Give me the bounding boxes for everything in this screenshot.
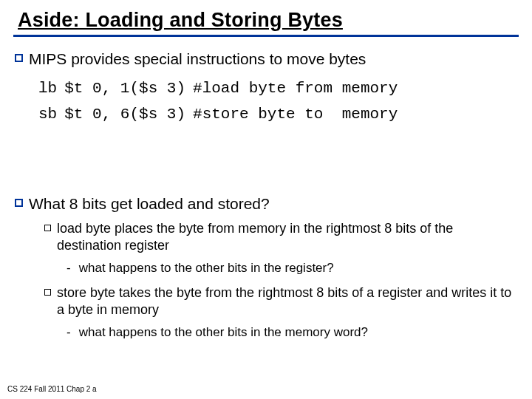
slide: Aside: Loading and Storing Bytes MIPS pr…: [0, 0, 532, 399]
spacer: [13, 127, 519, 195]
sub-sub-bullet-1: - what happens to the other bits in the …: [66, 261, 519, 276]
sub-sub-bullet-2: - what happens to the other bits in the …: [66, 325, 519, 340]
bullet-row-1: MIPS provides special instructions to mo…: [15, 50, 519, 68]
bullet-row-2: What 8 bits get loaded and stored?: [15, 195, 519, 213]
bullet-2-text: What 8 bits get loaded and stored?: [29, 195, 270, 213]
bullet-square-small-icon: [44, 289, 51, 296]
code-row: sb $t 0, 6($s 3) #store byte to memory: [38, 101, 405, 127]
slide-title: Aside: Loading and Storing Bytes: [18, 9, 519, 32]
sub-bullet-row: store byte takes the byte from the right…: [44, 284, 519, 318]
code-comment: #load byte from memory: [193, 75, 405, 101]
code-operands: $t 0, 6($s 3): [64, 101, 193, 127]
sub-bullet-row: load byte places the byte from memory in…: [44, 220, 519, 253]
code-mnemonic: lb: [38, 75, 64, 101]
title-rule: [13, 35, 519, 37]
bullet-1-text: MIPS provides special instructions to mo…: [29, 50, 366, 68]
bullet-square-icon: [15, 54, 23, 62]
footer-text: CS 224 Fall 2011 Chap 2 a: [7, 385, 97, 393]
sub-sub-1-text: what happens to the other bits in the re…: [79, 261, 334, 275]
sub-sub-2-text: what happens to the other bits in the me…: [79, 325, 368, 339]
code-block: lb $t 0, 1($s 3) #load byte from memory …: [38, 75, 519, 127]
bullet-square-icon: [15, 199, 23, 207]
sub-bullet-2-text: store byte takes the byte from the right…: [57, 284, 519, 318]
bullet-square-small-icon: [44, 225, 51, 231]
code-table: lb $t 0, 1($s 3) #load byte from memory …: [38, 75, 405, 127]
code-mnemonic: sb: [38, 101, 64, 127]
code-comment: #store byte to memory: [193, 101, 405, 127]
dash-icon: -: [66, 325, 75, 340]
code-row: lb $t 0, 1($s 3) #load byte from memory: [38, 75, 405, 101]
sub-bullet-1: load byte places the byte from memory in…: [44, 220, 519, 253]
sub-bullet-1-text: load byte places the byte from memory in…: [57, 220, 519, 253]
sub-bullet-2: store byte takes the byte from the right…: [44, 284, 519, 318]
code-operands: $t 0, 1($s 3): [64, 75, 193, 101]
dash-icon: -: [66, 261, 75, 276]
